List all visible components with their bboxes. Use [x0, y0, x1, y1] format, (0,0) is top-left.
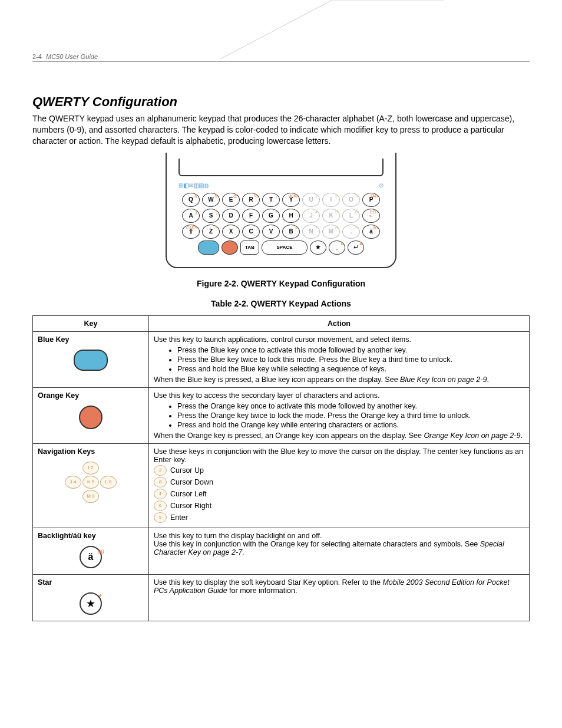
space-key: SPACE [262, 241, 308, 255]
section-title: QWERTY Configuration [32, 94, 530, 110]
keypad-key: S) [202, 209, 220, 223]
keypad-key: G+ [262, 209, 280, 223]
keypad-key: YWIKI [282, 193, 300, 207]
keypad-key: C, [242, 225, 260, 239]
keypad-key: J4 [302, 209, 320, 223]
table-caption: Table 2-2. QWERTY Keypad Actions [32, 299, 530, 308]
row-orange-key: Orange Key Use this key to access the se… [33, 387, 530, 443]
keypad-key: V' [262, 225, 280, 239]
page-header: 2-4 MC50 User Guide [32, 53, 530, 62]
keypad-key: ääü [362, 225, 380, 239]
blue-key-icon [74, 350, 108, 371]
orange-key-icon [79, 406, 103, 429]
row-star-key: Star ★* Use this key to display the soft… [33, 574, 530, 621]
header-corner-decor [220, 0, 444, 59]
guide-title: MC50 User Guide [46, 53, 98, 60]
keypad-key: K5 [322, 209, 340, 223]
figure-caption: Figure 2-2. QWERTY Keypad Configuration [32, 279, 530, 288]
keypad-key: ←DEL [362, 209, 380, 223]
star-key-icon: ★* [80, 592, 102, 615]
keypad-key: W$ [202, 193, 220, 207]
keypad-key: T/ [262, 193, 280, 207]
keypad-key: B= [282, 225, 300, 239]
star-key: ★* [310, 241, 326, 255]
keypad-key: M8 [322, 225, 340, 239]
keypad-key: D- [222, 209, 240, 223]
row-navigation-keys: Navigation Keys I 2 J 4K 5L 6 M 8 Use th… [33, 443, 530, 528]
keypad-key: ⇧CAPS [182, 225, 200, 239]
blue-key [198, 241, 219, 255]
keypad-key: O3 [342, 193, 360, 207]
enter-key: ↵# [348, 241, 364, 255]
keypad-key: X! [222, 225, 240, 239]
figure-keypad: ⊞◧✉▥▤◍ ⊙ Q&W$E@R%T/YWIKIU1I2O3PTAB A(S)D… [32, 153, 530, 268]
keypad-key: I2 [322, 193, 340, 207]
keypad-key: PTAB [362, 193, 380, 207]
keypad-key: E@ [222, 193, 240, 207]
row-backlight-key: Backlight/áü key äáü Use this key to tur… [33, 528, 530, 574]
keypad-key: L6 [342, 209, 360, 223]
intro-paragraph: The QWERTY keypad uses an alphanumeric k… [32, 113, 530, 147]
keypad-key: U1 [302, 193, 320, 207]
keypad-key: H" [282, 209, 300, 223]
keypad-key: R% [242, 193, 260, 207]
keypad-key: Z? [202, 225, 220, 239]
dot-key: .0 [329, 241, 345, 255]
keypad-key: .9 [342, 225, 360, 239]
keypad-actions-table: Key Action Blue Key Use this key to laun… [32, 315, 530, 621]
keypad-key: N7 [302, 225, 320, 239]
keypad-key: A( [182, 209, 200, 223]
navigation-pad-icon: I 2 J 4K 5L 6 M 8 [65, 462, 117, 503]
orange-key [222, 241, 238, 255]
th-action: Action [149, 315, 530, 331]
tab-key: TAB [240, 241, 259, 255]
backlight-key-icon: äáü [80, 546, 102, 568]
keypad-key: F: [242, 209, 260, 223]
page-number: 2-4 [32, 53, 42, 60]
th-key: Key [33, 315, 149, 331]
row-blue-key: Blue Key Use this key to launch applicat… [33, 331, 530, 387]
keypad-key: Q& [182, 193, 200, 207]
